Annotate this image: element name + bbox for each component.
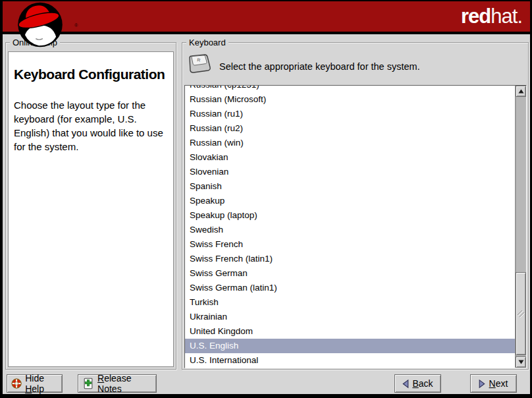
list-item-clipped[interactable]: Russian (cp1251) bbox=[185, 86, 515, 92]
list-item[interactable]: U.S. English bbox=[185, 339, 515, 353]
thumb-grip-icon bbox=[517, 310, 525, 318]
list-item[interactable]: Turkish bbox=[185, 295, 515, 310]
registered-mark: ® bbox=[74, 23, 78, 28]
list-item[interactable]: Swiss French (latin1) bbox=[185, 252, 515, 266]
help-content-area: Keyboard Configuration Choose the layout… bbox=[8, 51, 174, 367]
back-arrow-icon bbox=[401, 379, 411, 389]
list-item[interactable]: United Kingdom bbox=[185, 324, 515, 339]
list-item[interactable]: Ukrainian bbox=[185, 310, 515, 324]
vertical-scrollbar[interactable] bbox=[515, 86, 526, 368]
list-item[interactable]: Swiss French bbox=[185, 237, 515, 252]
keyboard-instruction: Select the appropriate keyboard for the … bbox=[219, 61, 420, 72]
list-item[interactable]: Speakup bbox=[185, 194, 515, 208]
list-item[interactable]: Speakup (laptop) bbox=[185, 208, 515, 223]
wordmark-red: red bbox=[461, 5, 491, 28]
keyboard-list-rows: Russian (cp1251)Russian (Microsoft)Russi… bbox=[185, 86, 515, 368]
list-item[interactable]: Swedish bbox=[185, 223, 515, 237]
back-button[interactable]: Back bbox=[394, 374, 441, 393]
help-body-text: Choose the layout type for the keyboard … bbox=[14, 98, 171, 154]
redhat-wordmark: redhat. bbox=[461, 5, 522, 28]
release-notes-button[interactable]: Release Notes bbox=[78, 374, 157, 393]
scrollbar-trough[interactable] bbox=[516, 97, 526, 356]
list-item[interactable]: Swiss German (latin1) bbox=[185, 281, 515, 295]
next-label: Next bbox=[487, 378, 510, 389]
hide-help-label: Hide Help bbox=[25, 373, 58, 394]
keyboard-key-icon: R bbox=[186, 53, 212, 75]
forward-arrow-icon bbox=[477, 379, 487, 389]
keyboard-list: Russian (cp1251)Russian (Microsoft)Russi… bbox=[184, 85, 527, 368]
list-item[interactable]: Russian (Microsoft) bbox=[185, 92, 515, 107]
svg-text:R: R bbox=[197, 57, 201, 63]
redhat-shadowman-logo-icon bbox=[6, 1, 76, 48]
scroll-down-button[interactable] bbox=[516, 356, 526, 368]
top-banner: redhat. bbox=[3, 1, 530, 34]
keyboard-list-viewport: Russian (cp1251)Russian (Microsoft)Russi… bbox=[185, 86, 515, 368]
next-button[interactable]: Next bbox=[470, 374, 517, 393]
keyboard-frame-label: Keyboard bbox=[186, 38, 228, 47]
wordmark-hat: hat. bbox=[491, 5, 522, 28]
list-item[interactable]: U.S. International bbox=[185, 353, 515, 368]
list-item[interactable]: Slovenian bbox=[185, 165, 515, 179]
list-item[interactable]: Swiss German bbox=[185, 266, 515, 281]
hide-help-button[interactable]: Hide Help bbox=[7, 374, 63, 393]
list-item[interactable]: Slovakian bbox=[185, 150, 515, 165]
list-item[interactable]: Spanish bbox=[185, 179, 515, 194]
scroll-up-button[interactable] bbox=[516, 86, 526, 97]
down-arrow-icon bbox=[518, 360, 524, 364]
help-title: Keyboard Configuration bbox=[14, 67, 168, 82]
release-notes-label: Release Notes bbox=[97, 373, 152, 394]
list-item[interactable]: Russian (win) bbox=[185, 136, 515, 150]
up-arrow-icon bbox=[518, 89, 524, 94]
release-notes-icon bbox=[82, 377, 94, 390]
list-item[interactable]: Russian (ru2) bbox=[185, 121, 515, 136]
back-label: Back bbox=[411, 378, 435, 389]
list-item[interactable]: Russian (ru1) bbox=[185, 107, 515, 121]
life-ring-icon bbox=[11, 377, 22, 390]
keyboard-panel: Keyboard R Select the appropriate keyboa… bbox=[182, 42, 529, 370]
window-content: redhat. ® Online Help Keyboard Configura… bbox=[3, 1, 530, 394]
scrollbar-thumb[interactable] bbox=[516, 272, 526, 355]
online-help-panel: Online Help Keyboard Configuration Choos… bbox=[5, 42, 176, 370]
installer-window: redhat. ® Online Help Keyboard Configura… bbox=[0, 0, 532, 398]
